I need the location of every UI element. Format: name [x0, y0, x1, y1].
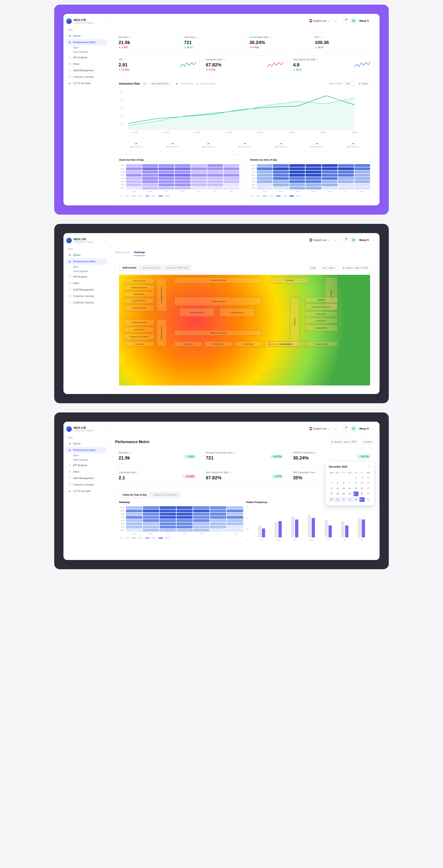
calendar-day[interactable]: 12: [335, 486, 340, 491]
calendar-day[interactable]: 8: [353, 481, 359, 485]
calendar-day[interactable]: 20: [341, 491, 346, 496]
info-icon[interactable]: i: [129, 452, 132, 454]
floor-zone[interactable]: Garden Decoration: [124, 319, 154, 326]
secondary-metric-select[interactable]: Secondary Metric⌄: [149, 81, 174, 86]
floor-zone[interactable]: Home Office: [305, 311, 337, 317]
floor-zone[interactable]: Customer Services: [174, 277, 262, 284]
notifications-button[interactable]: ♡: [342, 18, 348, 24]
nav-sub-zone-segment[interactable]: Zone Segment: [66, 50, 107, 54]
search-button[interactable]: ⌕: [332, 425, 339, 432]
floor-zone[interactable]: Furniture: [290, 297, 300, 347]
nav-stores[interactable]: ▦Stores: [66, 252, 107, 258]
export-button[interactable]: ⬇Export: [356, 81, 370, 86]
nav-customer-journey[interactable]: ↻Customer Journey: [66, 482, 107, 488]
tab-store-layout[interactable]: Store Layout: [115, 251, 129, 256]
floor-zone[interactable]: Home Decoration: [157, 319, 167, 347]
search-button[interactable]: ⌕: [332, 18, 339, 24]
search-button[interactable]: ⌕: [332, 237, 339, 243]
nav-performance-metric[interactable]: ⊵Performance Metic⌄: [66, 447, 107, 453]
nav-kpi-analysis[interactable]: ⬡KPI Analysis: [66, 273, 107, 280]
info-icon[interactable]: i: [229, 471, 231, 474]
nav-staff-management[interactable]: ⚇Staff Management: [66, 67, 107, 73]
nav-cctv-feed[interactable]: ◉CCTV live feed: [66, 80, 107, 87]
nav-kpi-analysis[interactable]: ⬡KPI Analysis: [66, 462, 107, 468]
floor-zone[interactable]: Living Room: [305, 318, 337, 323]
calendar-day[interactable]: 30: [359, 497, 364, 502]
floor-zone[interactable]: Storage Equipment: [157, 278, 167, 311]
calendar-day[interactable]: 5: [335, 481, 340, 485]
notifications-button[interactable]: ♡: [342, 237, 348, 243]
nav-customer-journey[interactable]: ↻Customer Journey: [66, 293, 107, 299]
calendar-day[interactable]: 15: [353, 486, 359, 491]
language-selector[interactable]: English (us)⌄: [309, 19, 330, 22]
seg-customer-activity[interactable]: Customer Activity: [140, 265, 163, 271]
calendar-day[interactable]: 13: [341, 486, 346, 491]
info-icon[interactable]: i: [137, 471, 139, 474]
floor-zone[interactable]: Travel Equipment: [174, 297, 262, 306]
nav-staff-management[interactable]: ⚇Staff Management: [66, 475, 107, 482]
info-icon[interactable]: i: [196, 36, 198, 38]
calendar-day[interactable]: 3: [365, 475, 371, 480]
nav-sub-zone-segment[interactable]: Zone Segment: [66, 269, 107, 273]
floor-zone[interactable]: General Storage: [124, 305, 154, 311]
calendar-day[interactable]: 19: [335, 491, 340, 496]
calendar-day[interactable]: 14: [347, 486, 352, 491]
language-selector[interactable]: English (us)⌄: [309, 427, 330, 430]
calendar-day[interactable]: 21: [347, 491, 352, 496]
info-icon[interactable]: i: [316, 59, 318, 61]
calendar-day[interactable]: 4: [329, 481, 334, 485]
calendar-day[interactable]: 6: [341, 481, 346, 485]
nav-sub-store[interactable]: Store: [66, 265, 107, 269]
calendar-day[interactable]: 23: [359, 491, 364, 496]
floor-zone[interactable]: Travel Equipment: [179, 308, 214, 317]
calendar-day[interactable]: 28: [347, 497, 352, 502]
info-icon[interactable]: i: [320, 36, 322, 38]
nav-customer-journey[interactable]: ↻Customer Journey: [66, 73, 107, 80]
today-button[interactable]: Today: [307, 266, 318, 270]
cal-prev-button[interactable]: ‹: [367, 465, 368, 468]
more-icon[interactable]: ⋯: [237, 158, 239, 161]
calendar-day[interactable]: 18: [329, 491, 334, 496]
calendar-day[interactable]: 24: [365, 491, 371, 496]
calendar-day[interactable]: 11: [329, 486, 334, 491]
brand-selector[interactable]: IKEA LTDChiang Mai, Thailand ⌄: [66, 426, 107, 432]
floor-zone[interactable]: Personal Items: [219, 308, 255, 317]
calendar-day[interactable]: 17: [365, 486, 371, 491]
chevron-down-icon[interactable]: ⌄: [372, 19, 374, 22]
calendar-day[interactable]: 31: [365, 497, 371, 502]
date-range-picker[interactable]: 🗓Aug 04 - Aug 11 2023: [329, 439, 359, 444]
floor-zone[interactable]: Laundry Equipment: [124, 285, 154, 290]
seg-staff-activity[interactable]: Staff Activity: [120, 265, 139, 271]
calendar-day[interactable]: 27: [341, 497, 346, 502]
nav-sub-store[interactable]: Store: [66, 453, 107, 458]
date-range-picker[interactable]: 🗓Aug 04 - Aug 11 2023: [340, 266, 370, 270]
info-icon[interactable]: i: [315, 452, 317, 454]
info-icon[interactable]: i: [124, 59, 126, 61]
calendar-day[interactable]: 9: [359, 481, 364, 485]
info-icon[interactable]: i: [234, 452, 236, 454]
nav-performance-metric[interactable]: ⊵Performance Metic⌄: [66, 39, 107, 45]
floor-zone[interactable]: Personal Items: [124, 298, 154, 304]
brand-selector[interactable]: IKEA LTDChiang Mai, Thailand ⌄: [66, 238, 107, 243]
calendar-day[interactable]: 10: [365, 481, 371, 485]
nav-stores[interactable]: ▦Stores: [66, 32, 107, 39]
calendar-day[interactable]: 2: [359, 475, 364, 480]
calendar-day[interactable]: 29: [353, 497, 359, 502]
last7-select[interactable]: Last 7 days⌄: [320, 266, 338, 270]
notifications-button[interactable]: ♡: [342, 425, 348, 432]
calendar-day[interactable]: 7: [347, 481, 352, 485]
seg-dwell-time[interactable]: Customer Dwell Time: [164, 265, 191, 271]
info-icon[interactable]: i: [129, 36, 132, 38]
nav-inbox[interactable]: ✉Inbox: [66, 468, 107, 475]
floor-zone[interactable]: Bedroom: [305, 297, 337, 303]
chevron-down-icon[interactable]: ⌄: [372, 427, 374, 430]
nav-customer-journey-2[interactable]: ↻Customer Journey: [66, 299, 107, 306]
calendar-day[interactable]: 16: [359, 486, 364, 491]
nav-stores[interactable]: ▦Stores: [66, 440, 107, 447]
floor-heatmap-canvas[interactable]: Tools and homeLaundry EquipmentRubbish B…: [119, 275, 370, 385]
calendar-day[interactable]: 22: [353, 491, 359, 496]
timeframe-select[interactable]: Day⌄: [344, 81, 355, 86]
nav-inbox[interactable]: ✉Inbox: [66, 61, 107, 67]
floor-zone[interactable]: Home Office: [204, 341, 232, 347]
nav-kpi-analysis[interactable]: ⬡KPI Analysis: [66, 54, 107, 61]
